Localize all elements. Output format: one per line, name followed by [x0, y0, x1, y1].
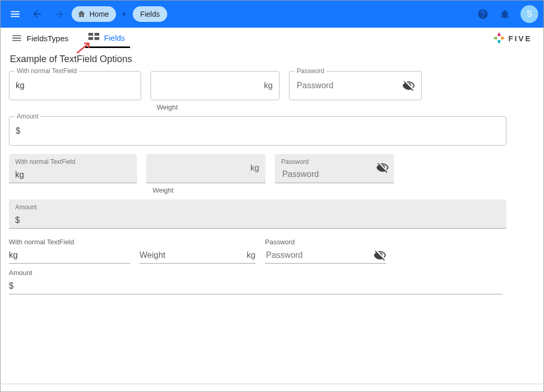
- breadcrumb-home-label: Home: [89, 10, 109, 18]
- std-normal-input[interactable]: [18, 250, 130, 260]
- dollar-prefix: $: [16, 126, 20, 136]
- outlined-password-input[interactable]: [296, 72, 402, 100]
- breadcrumb-home[interactable]: Home: [72, 6, 116, 22]
- nav-back-icon[interactable]: [28, 5, 47, 23]
- filled-amount-input[interactable]: [20, 215, 500, 225]
- filled-weight-field[interactable]: kg: [146, 154, 265, 183]
- filled-password-input[interactable]: [281, 169, 388, 180]
- std-normal-field[interactable]: kg: [9, 247, 130, 264]
- svg-marker-5: [501, 37, 505, 40]
- helper-weight: Weight: [153, 186, 264, 194]
- kg-suffix: kg: [250, 163, 259, 173]
- kg-suffix: kg: [264, 81, 273, 90]
- breadcrumb-fields[interactable]: Fields: [133, 6, 167, 22]
- dollar-prefix: $: [15, 216, 20, 225]
- outlined-weight-field[interactable]: kg: [151, 71, 280, 100]
- std-password-input[interactable]: [265, 250, 374, 260]
- tab-label: Fields: [104, 33, 125, 42]
- outlined-normal-input[interactable]: [28, 72, 134, 100]
- help-icon[interactable]: [473, 5, 492, 23]
- kg-prefix: kg: [9, 251, 18, 260]
- filled-password-field[interactable]: Password: [275, 154, 394, 183]
- field-label: With normal TextField: [9, 238, 130, 246]
- std-password-field[interactable]: [265, 247, 386, 264]
- visibility-off-icon[interactable]: [402, 79, 415, 92]
- outlined-weight-input[interactable]: [157, 72, 264, 100]
- field-label: Password: [281, 158, 309, 165]
- status-bar: [1, 384, 543, 391]
- outlined-amount-field[interactable]: Amount $: [9, 116, 506, 146]
- svg-rect-1: [95, 33, 99, 35]
- outlined-amount-input[interactable]: [24, 117, 500, 145]
- tab-label: FieldsTypes: [27, 34, 68, 43]
- five-logo: FIVE: [492, 31, 532, 45]
- svg-rect-0: [88, 33, 93, 35]
- tab-fields-types[interactable]: FieldsTypes: [8, 28, 74, 48]
- field-label: With normal TextField: [15, 158, 75, 165]
- menu-icon[interactable]: [6, 5, 25, 23]
- field-label: Amount: [15, 113, 40, 120]
- svg-rect-2: [88, 37, 93, 40]
- breadcrumb-fields-label: Fields: [140, 10, 159, 18]
- std-weight-field[interactable]: Weight kg: [140, 247, 256, 264]
- field-label: With normal TextField: [15, 67, 79, 75]
- bell-icon[interactable]: [495, 5, 514, 23]
- kg-prefix: kg: [16, 81, 25, 90]
- visibility-off-icon[interactable]: [376, 161, 389, 174]
- outlined-password-field[interactable]: Password: [289, 71, 422, 100]
- svg-rect-3: [95, 37, 99, 40]
- filled-normal-input[interactable]: [24, 169, 131, 180]
- nav-forward-icon: [50, 5, 68, 23]
- svg-marker-6: [497, 40, 501, 44]
- std-amount-input[interactable]: [14, 281, 502, 291]
- content-area: Example of TextField Options With normal…: [1, 49, 543, 384]
- avatar[interactable]: S: [520, 5, 538, 23]
- menu-icon: [11, 32, 22, 44]
- std-amount-field[interactable]: $: [9, 278, 502, 294]
- filled-amount-field[interactable]: Amount $: [9, 199, 506, 229]
- svg-marker-4: [497, 32, 501, 36]
- home-icon: [77, 9, 86, 19]
- filled-normal-field[interactable]: With normal TextField kg: [9, 154, 137, 183]
- svg-marker-7: [493, 37, 496, 40]
- weight-placeholder: Weight: [140, 251, 166, 260]
- kg-suffix: kg: [247, 251, 256, 260]
- app-bar: Home Fields S: [1, 1, 543, 28]
- dollar-prefix: $: [9, 281, 14, 291]
- page-title: Example of TextField Options: [10, 54, 535, 65]
- visibility-off-icon[interactable]: [374, 249, 386, 262]
- outlined-normal-field[interactable]: With normal TextField kg: [9, 71, 141, 100]
- helper-weight: Weight: [157, 103, 279, 111]
- kg-prefix: kg: [15, 170, 24, 180]
- form-icon: [88, 33, 100, 42]
- field-label: Amount: [9, 269, 502, 277]
- field-label: Amount: [15, 204, 37, 211]
- tab-bar: FieldsTypes Fields FIVE: [1, 28, 543, 49]
- filled-weight-input[interactable]: [153, 169, 259, 180]
- tab-fields[interactable]: Fields: [85, 29, 130, 48]
- chevron-right-icon: [119, 9, 130, 19]
- field-label: Password: [295, 67, 327, 75]
- field-label: Password: [265, 238, 386, 246]
